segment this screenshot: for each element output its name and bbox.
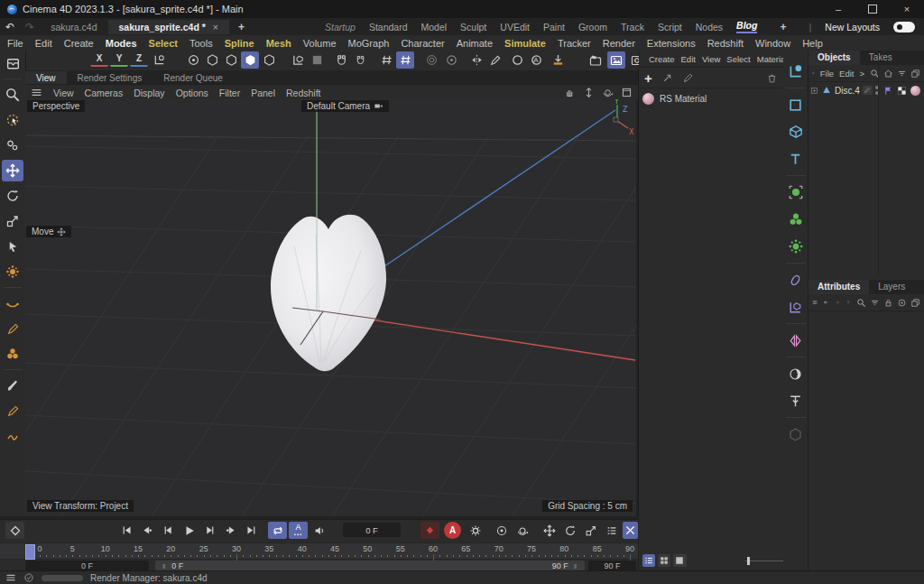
ruler-tick[interactable]: 85 — [593, 544, 602, 553]
history-back-icon[interactable] — [823, 297, 828, 308]
previous-key-button[interactable] — [138, 522, 157, 539]
spline-pen-square-icon[interactable] — [2, 318, 23, 339]
ruler-tick[interactable]: 55 — [396, 544, 405, 553]
ruler-tick[interactable]: 5 — [70, 544, 75, 553]
menu-edit[interactable]: Edit — [35, 38, 52, 49]
spline-pen-icon[interactable] — [785, 60, 807, 82]
tweak-mode-icon[interactable] — [2, 134, 23, 156]
autokey-ramp-button[interactable]: A••• — [289, 522, 308, 539]
points-mode-button[interactable] — [203, 51, 221, 69]
ruler-tick[interactable]: 50 — [363, 544, 372, 553]
menu-animate[interactable]: Animate — [457, 38, 493, 49]
ruler-tick[interactable]: 0 — [37, 544, 42, 553]
lock-icon[interactable] — [883, 298, 893, 308]
soft-move-tool-icon[interactable] — [2, 261, 23, 283]
current-frame-field[interactable]: 0 F — [343, 523, 401, 537]
material-eyedropper-icon[interactable] — [682, 72, 694, 84]
doc-tab-sakura-sprite[interactable]: sakura_sprite.c4d * × — [108, 20, 229, 34]
close-tab-icon[interactable]: × — [213, 22, 218, 32]
lock-y-axis-button[interactable]: Y — [110, 51, 128, 67]
lock-z-axis-button[interactable]: Z — [130, 51, 148, 67]
objects-menu-file[interactable]: File — [820, 69, 834, 79]
undo-icon[interactable]: ↶ — [0, 21, 20, 33]
key-parameter-toggle[interactable] — [560, 522, 579, 539]
ruler-tick[interactable]: 45 — [330, 544, 339, 553]
menu-modes[interactable]: Modes — [106, 38, 137, 49]
object-row-disc[interactable]: Disc.4 — [808, 82, 924, 98]
layout-tab-script[interactable]: Script — [658, 22, 682, 32]
tab-takes[interactable]: Takes — [860, 51, 901, 65]
rectangle-spline-icon[interactable] — [785, 94, 807, 116]
mirror-tool-icon[interactable] — [467, 51, 485, 69]
layout-tab-model[interactable]: Model — [421, 22, 448, 32]
vp-menu-options[interactable]: Options — [176, 88, 208, 98]
objects-menu-edit[interactable]: Edit — [839, 69, 854, 79]
edit-state-icon[interactable] — [863, 86, 873, 95]
material-tag-icon[interactable] — [910, 86, 920, 96]
null-axis-icon[interactable] — [785, 296, 807, 318]
status-menu-icon[interactable] — [5, 572, 16, 583]
spline-arc-tool-icon[interactable] — [2, 292, 23, 314]
tab-layers[interactable]: Layers — [869, 280, 914, 294]
ruler-tick[interactable]: 70 — [494, 544, 504, 553]
layout-tab-sculpt[interactable]: Sculpt — [460, 22, 486, 32]
add-layout-button[interactable]: + — [771, 21, 795, 33]
menu-extensions[interactable]: Extensions — [647, 38, 696, 49]
dolly-view-icon[interactable] — [583, 87, 595, 98]
display-tag-icon[interactable] — [897, 86, 907, 96]
viewport-menu-icon[interactable] — [31, 87, 42, 98]
live-selection-icon[interactable] — [2, 109, 23, 131]
menu-render[interactable]: Render — [603, 38, 635, 49]
menu-tools[interactable]: Tools — [189, 38, 213, 49]
menu-simulate[interactable]: Simulate — [504, 38, 546, 49]
line-pen-tool-icon[interactable] — [2, 400, 23, 422]
toggle-view-layout-icon[interactable] — [621, 87, 633, 98]
history-forward-icon[interactable] — [835, 297, 840, 308]
edges-mode-button[interactable] — [222, 51, 240, 69]
objects-filter-icon[interactable] — [897, 69, 907, 79]
brush-tool-icon[interactable] — [2, 375, 23, 396]
vp-menu-filter[interactable]: Filter — [219, 88, 240, 98]
attributes-filter-icon[interactable] — [870, 298, 880, 308]
play-button[interactable] — [180, 522, 199, 539]
menu-character[interactable]: Character — [401, 38, 444, 49]
tab-view[interactable]: View — [25, 71, 67, 84]
ruler-tick[interactable]: 15 — [134, 544, 143, 553]
attributes-search-icon[interactable] — [856, 298, 866, 308]
objects-panel-icon[interactable] — [910, 69, 920, 79]
snap-settings-button[interactable] — [351, 51, 369, 69]
target-icon[interactable] — [897, 298, 907, 308]
menu-window[interactable]: Window — [755, 38, 790, 49]
next-frame-button[interactable] — [200, 522, 219, 539]
layout-tab-paint[interactable]: Paint — [543, 22, 565, 32]
new-layouts-button[interactable]: New Layouts — [825, 22, 880, 32]
layout-tab-blog[interactable]: Blog — [736, 20, 757, 33]
timeline-ruler[interactable]: 051015202530354045505560657075808590 — [0, 542, 638, 560]
attributes-menu-icon[interactable] — [812, 297, 818, 308]
menu-file[interactable]: File — [7, 38, 23, 49]
text-object-icon[interactable] — [785, 148, 807, 170]
deformer-funnel-icon[interactable] — [785, 390, 807, 412]
key-rotation-toggle[interactable] — [513, 522, 531, 539]
redo-icon[interactable]: ↷ — [20, 21, 40, 33]
point-weld-tool-icon[interactable] — [2, 343, 23, 365]
polygon-pen-button[interactable] — [260, 51, 278, 69]
rotate-tool-button[interactable] — [2, 185, 23, 207]
render-view-button[interactable] — [587, 51, 605, 69]
menu-spline[interactable]: Spline — [225, 38, 254, 49]
add-document-button[interactable]: + — [229, 21, 254, 33]
layout-toggle[interactable] — [893, 22, 915, 32]
menu-create[interactable]: Create — [64, 38, 94, 49]
layout-tab-nodes[interactable]: Nodes — [696, 22, 723, 32]
menu-tracker[interactable]: Tracker — [558, 38, 591, 49]
layout-tab-groom[interactable]: Groom — [578, 22, 607, 32]
key-parameter-sliders-toggle[interactable] — [602, 522, 621, 539]
ruler-tick[interactable]: 75 — [527, 544, 536, 553]
asset-download-icon[interactable] — [549, 51, 567, 69]
effector-icon[interactable] — [785, 236, 807, 257]
tweak-pen-icon[interactable] — [486, 51, 504, 69]
ruler-tick[interactable]: 65 — [461, 544, 470, 553]
assign-material-icon[interactable] — [661, 72, 673, 84]
vp-menu-display[interactable]: Display — [134, 88, 164, 98]
minimize-button[interactable]: – — [821, 0, 855, 18]
